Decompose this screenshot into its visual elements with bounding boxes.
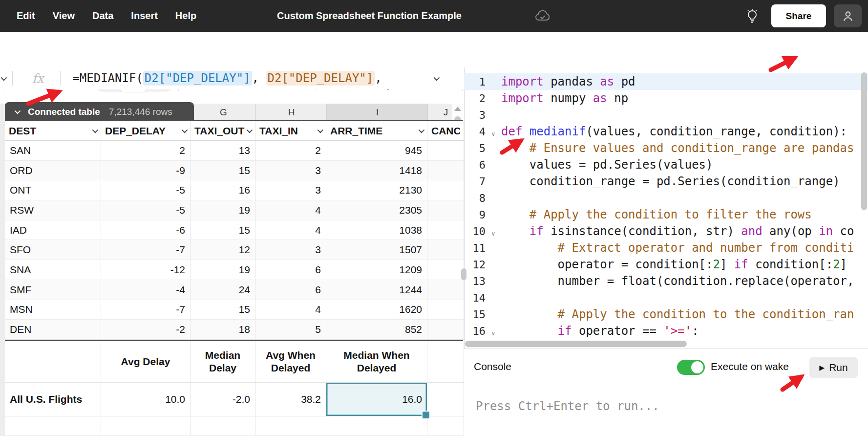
table-cell[interactable]: 19: [191, 260, 255, 280]
code-editor[interactable]: 1import pandas as pd2import numpy as np3…: [464, 67, 868, 340]
table-cell[interactable]: 3: [255, 180, 326, 200]
table-cell[interactable]: 19: [191, 200, 255, 220]
formula-collapse-chevron-icon[interactable]: [1, 74, 7, 81]
table-cell[interactable]: 15: [191, 300, 255, 320]
code-line[interactable]: 6 values = pd.Series(values): [464, 156, 868, 173]
code-line[interactable]: 7 condition_range = pd.Series(condition_…: [464, 173, 868, 190]
fold-chevron-icon[interactable]: ∨: [486, 126, 501, 137]
table-cell[interactable]: 1620: [326, 300, 427, 320]
column-header-dep_delay[interactable]: DEP_DELAY: [101, 121, 191, 141]
table-cell[interactable]: 1418: [326, 161, 427, 181]
code-vertical-scrollbar[interactable]: [861, 72, 867, 210]
table-cell[interactable]: 18: [191, 320, 255, 340]
table-cell[interactable]: ORD: [5, 161, 101, 181]
column-header-taxi_in[interactable]: TAXI_IN: [255, 121, 326, 141]
column-letter-H[interactable]: H: [255, 104, 327, 121]
summary-value-cell[interactable]: 10.0: [101, 383, 191, 416]
table-cell[interactable]: -5: [101, 180, 191, 200]
table-cell[interactable]: [427, 180, 464, 200]
table-cell[interactable]: [427, 260, 464, 280]
selected-cell[interactable]: 16.0: [326, 383, 427, 416]
column-header-taxi_out[interactable]: TAXI_OUT: [191, 121, 255, 141]
table-cell[interactable]: ONT: [5, 180, 101, 200]
table-cell[interactable]: 15: [191, 220, 255, 240]
table-cell[interactable]: RSW: [5, 200, 101, 220]
fold-chevron-icon[interactable]: ∨: [486, 325, 501, 337]
table-cell[interactable]: 16: [191, 180, 255, 200]
table-cell[interactable]: 3: [255, 240, 326, 260]
code-line[interactable]: 12 operator = condition[:2] if condition…: [464, 256, 868, 273]
table-cell[interactable]: 13: [191, 141, 255, 161]
code-line[interactable]: 1import pandas as pd: [464, 73, 868, 90]
table-cell[interactable]: 1038: [326, 220, 427, 240]
table-cell[interactable]: [427, 300, 464, 320]
code-horizontal-scrollbar[interactable]: [465, 341, 687, 347]
document-title[interactable]: Custom Spreadsheet Function Example: [277, 10, 462, 22]
table-cell[interactable]: -6: [101, 220, 191, 240]
code-line[interactable]: 15 # Apply the condition to the conditio…: [464, 306, 868, 323]
code-line[interactable]: 11 # Extract operator and number from co…: [464, 240, 868, 256]
table-cell[interactable]: 4: [255, 300, 326, 320]
summary-value-cell[interactable]: -2.0: [191, 383, 255, 416]
column-header-cancelled[interactable]: CANCELLED: [427, 121, 464, 141]
table-cell[interactable]: -4: [101, 280, 191, 300]
code-line[interactable]: 8: [464, 190, 868, 206]
table-cell[interactable]: 2305: [326, 200, 427, 220]
column-letter-G[interactable]: G: [191, 104, 256, 121]
scroll-up-arrow-icon[interactable]: [454, 107, 461, 111]
menu-edit[interactable]: Edit: [17, 10, 35, 22]
column-filter-chevron-icon[interactable]: [318, 127, 324, 133]
table-cell[interactable]: SAN: [5, 141, 101, 161]
table-cell[interactable]: MSN: [5, 300, 101, 320]
code-line[interactable]: 13 number = float(condition.replace(oper…: [464, 273, 868, 289]
code-line[interactable]: 5 # Ensure values and condition_range ar…: [464, 140, 868, 156]
panel-resize-handle[interactable]: [461, 268, 466, 280]
table-cell[interactable]: [427, 141, 464, 161]
table-cell[interactable]: [427, 200, 464, 220]
empty-cell[interactable]: [191, 416, 255, 436]
table-cell[interactable]: 4: [255, 220, 326, 240]
table-cell[interactable]: 24: [191, 280, 255, 300]
table-cell[interactable]: -12: [101, 260, 191, 280]
code-line[interactable]: 16∨ if operator == '>=':: [464, 323, 868, 339]
empty-cell[interactable]: [101, 416, 191, 436]
table-cell[interactable]: SMF: [5, 280, 101, 300]
table-cell[interactable]: 15: [191, 161, 255, 181]
table-cell[interactable]: DEN: [5, 320, 101, 340]
formula-input[interactable]: =MEDIANIF(D2["DEP_DELAY"], D2["DEP_DELAY…: [72, 71, 381, 85]
table-cell[interactable]: 945: [326, 141, 427, 161]
table-cell[interactable]: 2: [101, 141, 191, 161]
table-cell[interactable]: 5: [255, 320, 326, 340]
table-cell[interactable]: [427, 320, 464, 340]
code-line[interactable]: 3: [464, 107, 868, 123]
selection-fill-handle[interactable]: [422, 411, 430, 419]
column-filter-chevron-icon[interactable]: [182, 127, 188, 133]
code-line[interactable]: 2import numpy as np: [464, 90, 868, 107]
menu-data[interactable]: Data: [92, 10, 113, 22]
table-cell[interactable]: [427, 220, 464, 240]
table-cell[interactable]: [427, 240, 464, 260]
table-cell[interactable]: 852: [326, 320, 427, 340]
table-cell[interactable]: -7: [101, 300, 191, 320]
summary-empty-cell[interactable]: [427, 383, 464, 416]
summary-empty-cell[interactable]: [427, 341, 464, 383]
empty-cell[interactable]: [326, 416, 427, 436]
menu-view[interactable]: View: [53, 10, 75, 22]
table-cell[interactable]: 4: [255, 200, 326, 220]
column-filter-chevron-icon[interactable]: [92, 127, 99, 133]
table-cell[interactable]: -9: [101, 161, 191, 181]
table-cell[interactable]: -7: [101, 240, 191, 260]
table-cell[interactable]: [427, 280, 464, 300]
table-cell[interactable]: 1507: [326, 240, 427, 260]
table-cell[interactable]: -2: [101, 320, 191, 340]
menu-insert[interactable]: Insert: [131, 10, 157, 22]
fold-chevron-icon[interactable]: ∨: [486, 225, 501, 237]
column-header-arr_time[interactable]: ARR_TIME: [326, 121, 427, 141]
table-cell[interactable]: 6: [255, 260, 326, 280]
formula-expand-chevron-icon[interactable]: [434, 74, 440, 81]
summary-empty-cell[interactable]: [5, 341, 101, 383]
column-letter-I[interactable]: I: [326, 104, 428, 121]
table-cell[interactable]: 12: [191, 240, 255, 260]
run-button[interactable]: ▶ Run: [809, 357, 858, 378]
lightbulb-icon[interactable]: [744, 8, 760, 24]
